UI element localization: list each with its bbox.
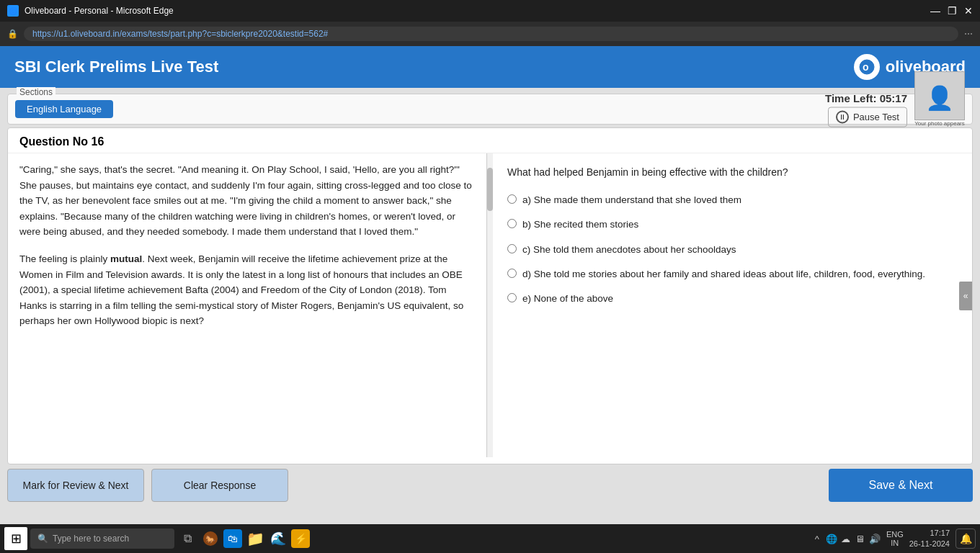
svg-text:o: o: [863, 61, 869, 73]
option-a-text: a) She made them understand that she lov…: [522, 193, 741, 207]
browser-icon: 🌀: [7, 5, 19, 17]
option-b-text: b) She recited them stories: [522, 217, 638, 232]
option-c-text: c) She told them anecdotes about her sch…: [522, 243, 736, 257]
option-d-radio[interactable]: [507, 269, 517, 278]
option-d-text: d) She told me stories about her family …: [522, 267, 925, 282]
english-language-tab[interactable]: English Language: [15, 100, 113, 118]
taskbar-icon-app1[interactable]: ⚡: [291, 529, 310, 548]
taskbar-icon-edge[interactable]: 🌊: [268, 529, 288, 549]
logo-circle: o: [854, 54, 880, 80]
search-placeholder: Type here to search: [53, 534, 129, 544]
taskbar-icon-files[interactable]: 📁: [245, 529, 265, 549]
scrollbar-thumb[interactable]: [487, 168, 493, 211]
addressbar: 🔒 https://u1.oliveboard.in/exams/tests/p…: [0, 22, 980, 46]
taskbar: ⊞ 🔍 Type here to search ⧉ 🐎 🛍 📁 🌊 ⚡ ^ 🌐 …: [0, 524, 980, 553]
notification-button[interactable]: 🔔: [956, 529, 976, 549]
timer-value: 05:17: [880, 91, 907, 104]
tray-chevron[interactable]: ^: [811, 533, 823, 544]
tray-network: 🌐: [826, 533, 837, 544]
footer-bar: Mark for Review & Next Clear Response Sa…: [7, 469, 973, 502]
option-c[interactable]: c) She told them anecdotes about her sch…: [507, 243, 958, 257]
passage-bold-word: mutual: [110, 253, 142, 264]
avatar: 👤: [914, 71, 965, 120]
clock: 17:17 26-11-2024: [909, 528, 950, 550]
taskbar-icon-horse[interactable]: 🐎: [200, 529, 220, 549]
taskbar-icon-taskview[interactable]: ⧉: [177, 529, 197, 549]
tray-volume[interactable]: 🔊: [869, 533, 881, 544]
close-button[interactable]: ✕: [964, 5, 973, 17]
timer-label: Time Left:: [825, 91, 876, 104]
start-button[interactable]: ⊞: [4, 527, 27, 550]
question-body: "Caring," she says, that's the secret. "…: [8, 153, 972, 457]
taskbar-right: ^ 🌐 ☁ 🖥 🔊 ENGIN 17:17 26-11-2024 🔔: [811, 528, 976, 550]
avatar-figure: 👤: [925, 84, 954, 112]
question-text: What had helped Benjamin in being effect…: [507, 165, 958, 180]
titlebar: 🌀 Oliveboard - Personal - Microsoft Edge…: [0, 0, 980, 22]
maximize-button[interactable]: ❐: [948, 5, 957, 17]
passage-paragraph-1: "Caring," she says, that's the secret. "…: [19, 162, 475, 240]
option-c-radio[interactable]: [507, 244, 517, 253]
option-a[interactable]: a) She made them understand that she lov…: [507, 193, 958, 207]
titlebar-title: Oliveboard - Personal - Microsoft Edge: [24, 6, 925, 16]
passage-scrollbar[interactable]: [487, 153, 493, 457]
option-e[interactable]: e) None of the above: [507, 292, 958, 306]
passage-panel: "Caring," she says, that's the secret. "…: [8, 153, 487, 457]
minimize-button[interactable]: —: [930, 5, 940, 17]
option-d[interactable]: d) She told me stories about her family …: [507, 267, 958, 282]
tray-display: 🖥: [855, 533, 866, 544]
pause-icon: ⏸: [836, 110, 849, 123]
collapse-arrow[interactable]: «: [959, 282, 972, 310]
language-indicator: ENGIN: [886, 530, 904, 547]
search-icon: 🔍: [37, 534, 48, 544]
answer-panel: What had helped Benjamin in being effect…: [493, 153, 972, 457]
timer-display: Time Left: 05:17: [825, 91, 907, 104]
clear-response-button[interactable]: Clear Response: [151, 469, 288, 502]
taskbar-icon-msstore[interactable]: 🛍: [223, 529, 242, 548]
pause-button[interactable]: ⏸ Pause Test: [828, 107, 907, 127]
question-header: Question No 16: [8, 128, 972, 153]
option-b-radio[interactable]: [507, 219, 517, 228]
app-title: SBI Clerk Prelims Live Test: [14, 58, 218, 76]
svg-text:🐎: 🐎: [205, 534, 215, 544]
app-header: SBI Clerk Prelims Live Test o oliveboard: [0, 46, 980, 88]
option-e-radio[interactable]: [507, 293, 517, 302]
window-controls[interactable]: — ❐ ✕: [930, 5, 973, 17]
question-number: Question No 16: [19, 135, 104, 148]
option-e-text: e) None of the above: [522, 292, 613, 306]
taskbar-search[interactable]: 🔍 Type here to search: [30, 529, 174, 549]
option-b[interactable]: b) She recited them stories: [507, 217, 958, 232]
clock-time: 17:17: [909, 528, 950, 539]
url-bar[interactable]: https://u1.oliveboard.in/exams/tests/par…: [24, 27, 958, 41]
browser-settings-icon[interactable]: ⋯: [964, 29, 973, 39]
passage-paragraph-2: The feeling is plainly mutual. Next week…: [19, 251, 475, 329]
system-tray: ^ 🌐 ☁ 🖥 🔊: [811, 533, 881, 544]
save-next-button[interactable]: Save & Next: [829, 469, 973, 502]
clock-date: 26-11-2024: [909, 539, 950, 549]
mark-review-button[interactable]: Mark for Review & Next: [7, 469, 144, 502]
option-a-radio[interactable]: [507, 194, 517, 204]
tray-cloud: ☁: [840, 533, 852, 544]
main-content: Question No 16 "Caring," she says, that'…: [7, 127, 973, 464]
sections-label: Sections: [17, 87, 55, 97]
pause-label: Pause Test: [853, 112, 899, 122]
lock-icon: 🔒: [7, 29, 18, 39]
